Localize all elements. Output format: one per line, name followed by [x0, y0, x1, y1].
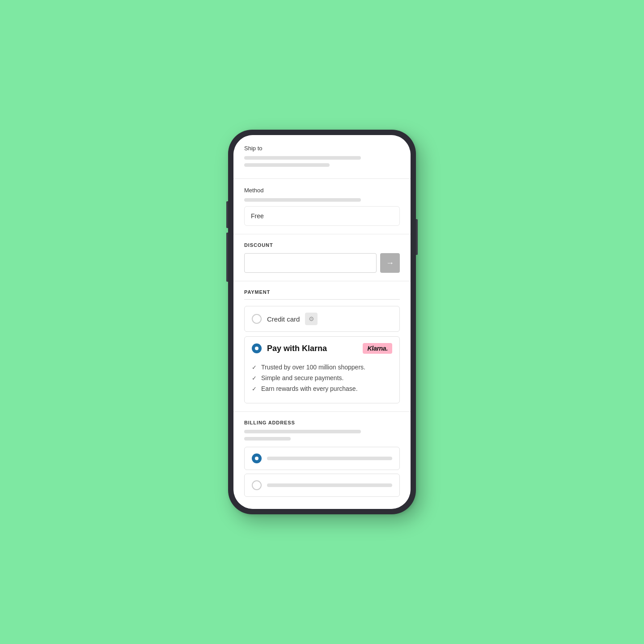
billing-section: BILLING ADDRESS [233, 412, 411, 509]
klarna-feature-2: ✓ Simple and secure payments. [252, 374, 392, 381]
billing-radio-inner-1 [255, 457, 258, 460]
discount-section: DISCOUNT → [233, 234, 411, 281]
discount-submit-button[interactable]: → [380, 253, 400, 273]
klarna-radio[interactable] [252, 343, 262, 353]
method-skeleton-line [244, 198, 361, 202]
klarna-feature-3: ✓ Earn rewards with every purchase. [252, 385, 392, 392]
billing-skeleton-short [244, 437, 291, 441]
klarna-option[interactable]: Pay with Klarna Klarna. ✓ Trusted by ove… [244, 336, 400, 403]
klarna-title: Pay with Klarna [267, 344, 357, 353]
billing-option-2[interactable] [244, 474, 400, 497]
check-icon-1: ✓ [252, 364, 257, 371]
billing-radio-1[interactable] [252, 453, 262, 463]
klarna-feature-1: ✓ Trusted by over 100 million shoppers. [252, 364, 392, 371]
discount-row: → [244, 253, 400, 273]
ship-to-line-2 [244, 163, 330, 167]
ship-to-section: Ship to [233, 135, 411, 179]
method-box: Free [244, 206, 400, 226]
billing-option-1-row[interactable] [245, 447, 399, 470]
billing-option-2-row[interactable] [245, 474, 399, 496]
billing-radio-2[interactable] [252, 480, 262, 490]
credit-card-option[interactable]: Credit card ⚙ [244, 306, 400, 332]
ship-to-label: Ship to [244, 145, 400, 152]
klarna-feature-text-2: Simple and secure payments. [261, 374, 343, 381]
payment-divider [244, 299, 400, 300]
payment-label: PAYMENT [244, 289, 400, 295]
screen-content: Ship to Method Free DISCOUNT → [233, 135, 411, 509]
billing-skeleton-top [244, 430, 361, 433]
billing-address-label: BILLING ADDRESS [244, 420, 400, 425]
klarna-badge: Klarna. [363, 343, 392, 354]
credit-card-label: Credit card [267, 315, 300, 323]
klarna-feature-text-1: Trusted by over 100 million shoppers. [261, 364, 365, 371]
check-icon-2: ✓ [252, 375, 257, 381]
billing-option-1-text [267, 457, 392, 460]
credit-card-row[interactable]: Credit card ⚙ [245, 306, 399, 331]
payment-section: PAYMENT Credit card ⚙ [233, 281, 411, 412]
method-label: Method [244, 187, 400, 194]
billing-option-1[interactable] [244, 447, 400, 470]
phone-frame: Ship to Method Free DISCOUNT → [228, 130, 416, 514]
klarna-features: ✓ Trusted by over 100 million shoppers. … [245, 360, 399, 403]
arrow-icon: → [386, 258, 394, 268]
method-value: Free [251, 212, 264, 220]
billing-option-2-text [267, 483, 392, 487]
check-icon-3: ✓ [252, 386, 257, 392]
ship-to-line-1 [244, 156, 361, 160]
klarna-radio-inner [255, 347, 258, 350]
discount-input[interactable] [244, 253, 377, 273]
credit-card-radio[interactable] [252, 314, 262, 324]
klarna-feature-text-3: Earn rewards with every purchase. [261, 385, 358, 392]
method-section: Method Free [233, 179, 411, 234]
phone-screen: Ship to Method Free DISCOUNT → [233, 135, 411, 509]
gear-icon: ⚙ [305, 313, 318, 325]
klarna-header[interactable]: Pay with Klarna Klarna. [245, 337, 399, 360]
discount-label: DISCOUNT [244, 242, 400, 248]
